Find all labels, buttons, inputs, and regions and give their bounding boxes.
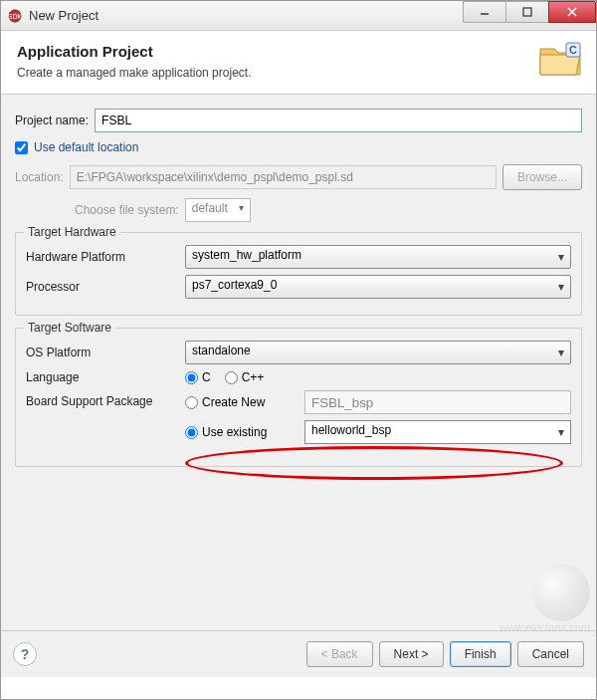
processor-label: Processor	[26, 280, 185, 294]
choose-fs-value: default	[192, 201, 228, 215]
language-c-label: C	[202, 370, 211, 384]
minimize-button[interactable]	[463, 1, 506, 23]
svg-rect-3	[523, 8, 531, 16]
bsp-use-existing-select[interactable]: helloworld_bsp	[304, 420, 571, 444]
location-row: Location: Browse...	[15, 164, 582, 190]
bsp-row: Board Support Package Create New Use exi…	[26, 390, 571, 450]
hw-platform-row: Hardware Platform system_hw_platform	[26, 245, 571, 269]
browse-button: Browse...	[502, 164, 582, 190]
language-cpp-option[interactable]: C++	[225, 370, 265, 384]
language-radio-group: C C++	[185, 370, 274, 384]
bsp-create-new-row: Create New	[185, 390, 571, 414]
window-title: New Project	[29, 8, 464, 23]
target-software-group: Target Software OS Platform standalone L…	[15, 328, 582, 467]
titlebar: SDK New Project	[1, 1, 596, 31]
help-icon[interactable]: ?	[13, 642, 37, 666]
project-name-input[interactable]	[95, 109, 582, 132]
bsp-create-new-radio[interactable]	[185, 396, 198, 409]
app-icon: SDK	[7, 8, 23, 24]
project-name-label: Project name:	[15, 114, 89, 127]
bsp-use-existing-option[interactable]: Use existing	[185, 425, 304, 439]
bsp-use-existing-label: Use existing	[202, 425, 267, 439]
hw-platform-select[interactable]: system_hw_platform	[185, 245, 571, 269]
watermark: www.elecfans.com	[499, 564, 590, 633]
wizard-footer: ? < Back Next > Finish Cancel	[1, 630, 596, 677]
os-platform-select[interactable]: standalone	[185, 341, 571, 364]
cancel-button[interactable]: Cancel	[517, 641, 584, 667]
use-default-location-checkbox[interactable]	[15, 141, 28, 154]
bsp-use-existing-radio[interactable]	[185, 426, 198, 439]
os-platform-value: standalone	[192, 344, 251, 357]
bsp-label: Board Support Package	[26, 390, 185, 408]
target-software-title: Target Software	[24, 321, 115, 335]
bsp-use-existing-row: Use existing helloworld_bsp	[185, 420, 571, 444]
project-name-row: Project name:	[15, 109, 582, 132]
language-c-radio[interactable]	[185, 371, 198, 384]
location-input	[70, 165, 497, 189]
back-button: < Back	[306, 641, 373, 667]
bsp-create-new-label: Create New	[202, 395, 265, 409]
banner-subheading: Create a managed make application projec…	[17, 66, 580, 80]
bsp-use-existing-value: helloworld_bsp	[311, 423, 391, 437]
annotation-highlight-ellipse	[185, 446, 563, 480]
hw-platform-label: Hardware Platform	[26, 250, 185, 264]
window-controls	[464, 1, 596, 30]
location-label: Location:	[15, 170, 64, 184]
choose-fs-select: default	[185, 198, 251, 222]
processor-value: ps7_cortexa9_0	[192, 278, 277, 292]
language-row: Language C C++	[26, 370, 571, 384]
os-platform-row: OS Platform standalone	[26, 341, 571, 364]
language-cpp-radio[interactable]	[225, 371, 238, 384]
wizard-banner: Application Project Create a managed mak…	[1, 31, 596, 95]
choose-fs-row: Choose file system: default	[75, 198, 582, 222]
choose-fs-label: Choose file system:	[75, 203, 179, 217]
os-platform-label: OS Platform	[26, 346, 185, 359]
watermark-logo-icon	[532, 564, 590, 621]
processor-row: Processor ps7_cortexa9_0	[26, 275, 571, 299]
close-button[interactable]	[548, 1, 596, 23]
hw-platform-value: system_hw_platform	[192, 248, 301, 262]
use-default-location-label[interactable]: Use default location	[34, 140, 138, 154]
banner-heading: Application Project	[17, 43, 580, 60]
language-label: Language	[26, 370, 185, 384]
folder-c-icon: C	[538, 41, 582, 79]
bsp-create-new-option[interactable]: Create New	[185, 395, 304, 409]
use-default-location-row: Use default location	[15, 140, 582, 154]
svg-text:SDK: SDK	[8, 13, 23, 20]
language-cpp-label: C++	[242, 370, 265, 384]
language-c-option[interactable]: C	[185, 370, 211, 384]
target-hardware-title: Target Hardware	[24, 225, 120, 239]
wizard-content: Project name: Use default location Locat…	[1, 95, 596, 677]
finish-button[interactable]: Finish	[450, 641, 511, 667]
bsp-create-new-input	[304, 390, 571, 414]
maximize-button[interactable]	[505, 1, 549, 23]
svg-text:C: C	[569, 44, 577, 56]
next-button[interactable]: Next >	[379, 641, 444, 667]
processor-select[interactable]: ps7_cortexa9_0	[185, 275, 571, 299]
target-hardware-group: Target Hardware Hardware Platform system…	[15, 232, 582, 316]
